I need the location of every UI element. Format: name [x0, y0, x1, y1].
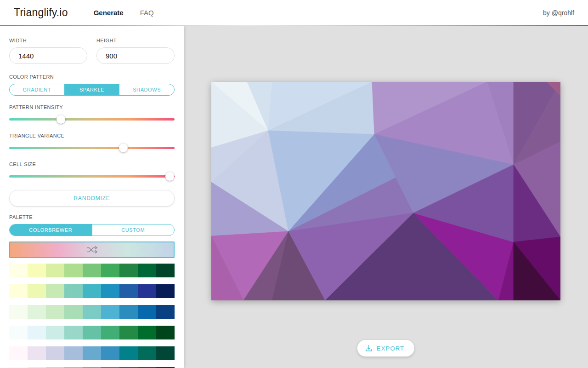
palette-cell	[156, 346, 175, 360]
randomize-button[interactable]: RANDOMIZE	[9, 190, 175, 207]
color-pattern-label: COLOR PATTERN	[9, 74, 175, 80]
segment-option-custom[interactable]: CUSTOM	[92, 224, 175, 236]
slider-handle[interactable]	[165, 172, 174, 181]
palette-row[interactable]	[9, 264, 175, 277]
palette-cell	[119, 305, 138, 319]
palette-cell	[83, 264, 101, 277]
palette-cell	[46, 346, 64, 360]
palette-cell	[138, 264, 156, 277]
palette-cell	[28, 284, 46, 298]
slider-group: PATTERN INTENSITY	[9, 104, 175, 124]
palette-cell	[156, 305, 175, 319]
slider-track[interactable]	[9, 118, 175, 121]
palette-cell	[46, 305, 64, 319]
width-field-group: WIDTH	[9, 38, 87, 64]
shuffle-icon[interactable]	[86, 245, 98, 255]
palette-cell	[101, 264, 119, 277]
palette-cell	[119, 326, 138, 339]
palette-cell	[9, 346, 28, 360]
palette-cell	[101, 346, 119, 360]
palette-cell	[119, 284, 138, 298]
slider-group: TRIANGLE VARIANCE	[9, 133, 175, 153]
preview-svg	[211, 82, 560, 300]
height-label: HEIGHT	[96, 38, 175, 44]
app-logo[interactable]: Trianglify.io	[14, 6, 68, 19]
nav-generate[interactable]: Generate	[94, 9, 124, 17]
palette-cell	[64, 326, 83, 339]
palette-row[interactable]	[9, 346, 175, 360]
height-input[interactable]	[96, 47, 175, 64]
palette-cell	[138, 326, 156, 339]
palette-cell	[119, 264, 138, 277]
sidebar: WIDTH HEIGHT COLOR PATTERN GRADIENTSPARK…	[0, 26, 184, 368]
slider-group: CELL SIZE	[9, 161, 175, 181]
palette-cell	[156, 264, 175, 277]
nav: GenerateFAQ	[94, 9, 154, 17]
palette-cell	[119, 346, 138, 360]
palette-cell	[101, 284, 119, 298]
palette-cell	[83, 305, 101, 319]
slider-label: CELL SIZE	[9, 161, 175, 167]
palette-cell	[83, 346, 101, 360]
nav-faq[interactable]: FAQ	[140, 9, 154, 17]
palette-cell	[64, 305, 83, 319]
palette-label: PALETTE	[9, 214, 175, 220]
palette-cell	[83, 284, 101, 298]
palette-cell	[46, 264, 64, 277]
slider-handle[interactable]	[57, 115, 65, 124]
palette-cell	[9, 264, 28, 277]
header: Trianglify.io GenerateFAQ by @qrohlf	[0, 0, 588, 26]
palette-cell	[9, 305, 28, 319]
height-field-group: HEIGHT	[96, 38, 175, 64]
palette-cell	[64, 264, 83, 277]
triangle-preview	[211, 82, 560, 300]
segment-option-gradient[interactable]: GRADIENT	[10, 84, 64, 95]
palette-cell	[156, 326, 175, 339]
palette-cell	[28, 346, 46, 360]
selected-palette-swatch[interactable]	[9, 242, 175, 258]
palette-list	[9, 264, 175, 368]
palette-row[interactable]	[9, 326, 175, 339]
download-icon	[365, 344, 373, 352]
palette-cell	[28, 305, 46, 319]
slider-track[interactable]	[9, 147, 175, 149]
palette-cell	[9, 284, 28, 298]
palette-cell	[83, 326, 101, 339]
palette-row[interactable]	[9, 284, 175, 298]
palette-cell	[9, 326, 28, 339]
slider-label: PATTERN INTENSITY	[9, 104, 175, 110]
export-button[interactable]: EXPORT	[357, 340, 414, 356]
width-input[interactable]	[9, 47, 87, 64]
palette-segmented: COLORBREWERCUSTOM	[9, 224, 175, 236]
segment-option-shadows[interactable]: SHADOWS	[119, 84, 174, 95]
palette-cell	[138, 284, 156, 298]
palette-cell	[28, 326, 46, 339]
palette-cell	[46, 326, 64, 339]
slider-handle[interactable]	[119, 144, 128, 152]
palette-cell	[64, 284, 83, 298]
palette-cell	[138, 305, 156, 319]
palette-cell	[156, 284, 175, 298]
color-pattern-segmented: GRADIENTSPARKLESHADOWS	[9, 84, 175, 96]
segment-option-sparkle[interactable]: SPARKLE	[64, 84, 119, 95]
palette-cell	[46, 284, 64, 298]
slider-label: TRIANGLE VARIANCE	[9, 133, 175, 139]
sliders: PATTERN INTENSITYTRIANGLE VARIANCECELL S…	[9, 104, 175, 181]
header-gradient-bar	[0, 25, 588, 26]
dimensions-row: WIDTH HEIGHT	[9, 38, 175, 64]
palette-cell	[138, 346, 156, 360]
palette-cell	[101, 305, 119, 319]
segment-option-colorbrewer[interactable]: COLORBREWER	[10, 224, 92, 236]
palette-row[interactable]	[9, 305, 175, 319]
palette-cell	[28, 264, 46, 277]
byline[interactable]: by @qrohlf	[543, 9, 574, 17]
width-label: WIDTH	[9, 38, 87, 44]
export-label: EXPORT	[377, 345, 404, 352]
palette-cell	[101, 326, 119, 339]
slider-track[interactable]	[9, 175, 175, 178]
palette-cell	[64, 346, 83, 360]
